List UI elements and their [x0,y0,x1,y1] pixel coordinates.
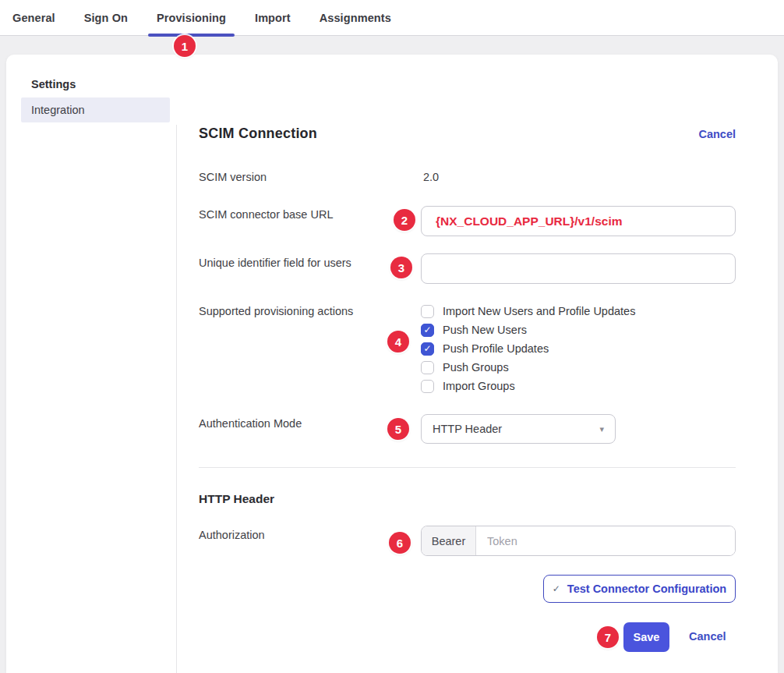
page-title: SCIM Connection [199,126,317,142]
checkbox-push-groups[interactable]: ✓ [421,361,434,374]
auth-mode-selected-value: HTTP Header [433,423,502,435]
tab-sign-on[interactable]: Sign On [84,0,128,36]
option-label: Import Groups [443,380,515,392]
option-row-import-new-users: ✓ Import New Users and Profile Updates [421,302,635,321]
auth-mode-label: Authentication Mode [199,417,302,430]
check-icon: ✓ [553,583,560,594]
auth-mode-select[interactable]: HTTP Header ▾ [421,414,616,444]
check-icon: ✓ [423,344,431,353]
step-badge-2: 2 [394,209,415,231]
option-row-import-groups: ✓ Import Groups [421,377,515,395]
step-badge-1: 1 [174,35,196,57]
chevron-down-icon: ▾ [599,424,604,434]
bearer-prefix-label: Bearer [422,526,476,555]
option-row-push-profile-updates: ✓ Push Profile Updates [421,339,549,358]
http-header-section-title: HTTP Header [199,492,274,506]
checkbox-import-new-users[interactable]: ✓ [421,305,434,318]
sidebar-item-label: Integration [31,104,85,116]
base-url-input[interactable] [421,206,736,236]
step-badge-5: 5 [387,418,409,440]
provisioning-actions-label: Supported provisioning actions [199,305,353,317]
unique-identifier-input[interactable] [421,253,736,284]
option-label: Push Profile Updates [443,342,549,355]
step-badge-3: 3 [390,257,412,278]
authorization-label: Authorization [199,529,265,541]
checkbox-import-groups[interactable]: ✓ [421,380,434,393]
save-button[interactable]: Save [623,622,669,652]
check-icon: ✓ [423,325,431,335]
option-row-push-groups: ✓ Push Groups [421,358,509,377]
sidebar-item-integration[interactable]: Integration [21,97,170,122]
step-badge-7: 7 [597,626,619,648]
app-tab-bar: General Sign On Provisioning Import Assi… [0,0,784,36]
test-button-label: Test Connector Configuration [567,583,726,595]
cancel-link-top[interactable]: Cancel [698,128,736,140]
step-badge-4: 4 [387,331,409,352]
checkbox-push-profile-updates[interactable]: ✓ [421,342,434,356]
sidebar-section-settings: Settings [31,78,76,90]
base-url-label: SCIM connector base URL [199,208,333,221]
tab-provisioning[interactable]: Provisioning [157,0,226,36]
sidebar-divider [176,125,177,673]
scim-version-label: SCIM version [199,171,267,183]
tab-general[interactable]: General [12,0,55,36]
option-label: Push New Users [443,324,527,336]
tab-assignments[interactable]: Assignments [320,0,391,36]
option-label: Import New Users and Profile Updates [443,305,635,317]
authorization-input-group: Bearer [421,526,736,556]
step-badge-6: 6 [389,532,411,554]
option-row-push-new-users: ✓ Push New Users [421,321,527,339]
cancel-link-bottom[interactable]: Cancel [689,630,726,643]
token-input[interactable] [476,526,735,555]
unique-identifier-label: Unique identifier field for users [199,257,351,269]
checkbox-push-new-users[interactable]: ✓ [421,324,434,337]
scim-version-value: 2.0 [423,171,439,183]
tab-import[interactable]: Import [255,0,291,36]
section-divider [199,467,736,468]
test-connector-configuration-button[interactable]: ✓ Test Connector Configuration [543,575,736,603]
option-label: Push Groups [443,361,509,374]
